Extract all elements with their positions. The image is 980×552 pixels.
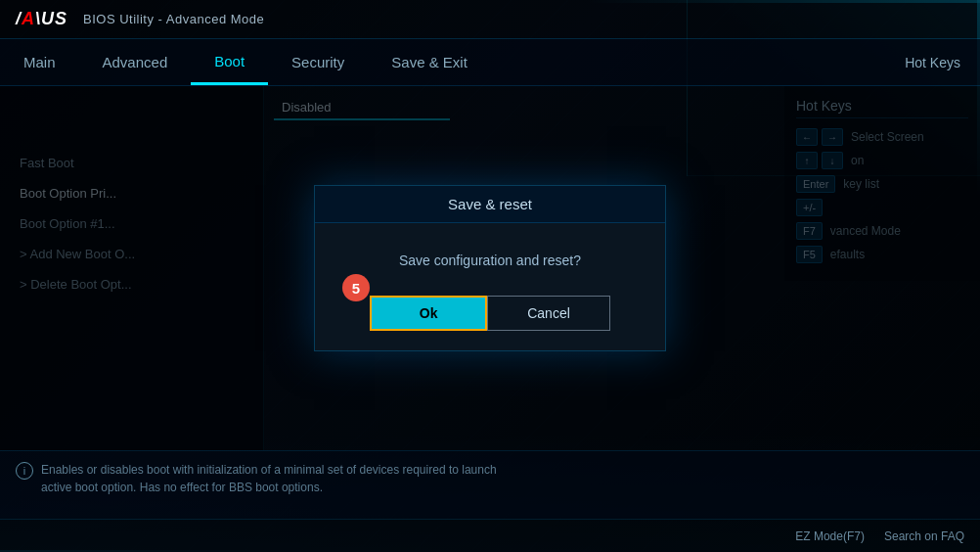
modal-message: Save configuration and reset? (354, 253, 626, 268)
modal-title: Save & reset (315, 186, 665, 223)
header: /A\US BIOS Utility - Advanced Mode (0, 0, 980, 39)
save-reset-dialog: Save & reset Save configuration and rese… (314, 185, 666, 351)
modal-overlay: Save & reset Save configuration and rese… (0, 86, 980, 450)
nav-save-exit[interactable]: Save & Exit (368, 39, 491, 85)
ez-mode-button[interactable]: EZ Mode(F7) (795, 529, 865, 543)
step-badge: 5 (342, 274, 370, 301)
info-text: Enables or disables boot with initializa… (41, 461, 530, 496)
info-icon: i (16, 462, 33, 480)
modal-body: Save configuration and reset? 5 Ok Cance… (315, 223, 665, 350)
modal-buttons: 5 Ok Cancel (354, 296, 626, 331)
main-container: /A\US BIOS Utility - Advanced Mode Main … (0, 0, 980, 552)
content-area: Disabled Fast Boot Boot Option Pri... Bo… (0, 86, 980, 450)
nav-boot[interactable]: Boot (191, 39, 268, 85)
search-faq-button[interactable]: Search on FAQ (884, 529, 964, 543)
cancel-button[interactable]: Cancel (487, 296, 610, 331)
app-title: BIOS Utility - Advanced Mode (83, 12, 264, 26)
ok-button[interactable]: Ok (370, 296, 487, 331)
bottom-info-bar: i Enables or disables boot with initiali… (0, 450, 980, 519)
nav-advanced[interactable]: Advanced (79, 39, 192, 85)
navigation-bar: Main Advanced Boot Security Save & Exit … (0, 39, 980, 86)
hotkeys-label: Hot Keys (905, 55, 960, 70)
nav-main[interactable]: Main (0, 39, 79, 85)
info-row: i Enables or disables boot with initiali… (16, 461, 964, 496)
nav-security[interactable]: Security (268, 39, 368, 85)
footer-bar: EZ Mode(F7) Search on FAQ (0, 519, 980, 552)
asus-logo: /A\US (16, 9, 67, 29)
